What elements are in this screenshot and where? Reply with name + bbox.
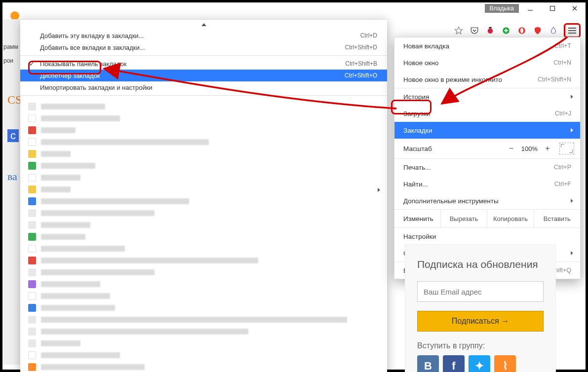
bookmark-item[interactable] (20, 219, 387, 231)
menu-label: Печать... (403, 164, 431, 171)
zoom-in-button[interactable]: + (541, 142, 554, 155)
copy-button[interactable]: Копировать (487, 210, 533, 227)
bookmark-item[interactable] (20, 160, 387, 172)
bookmark-item[interactable] (20, 101, 387, 112)
menu-item-more-tools[interactable]: Дополнительные инструменты (394, 192, 580, 209)
shortcut: Ctrl+J (555, 110, 571, 117)
menu-item-settings[interactable]: Настройки (394, 228, 580, 245)
main-menu: Новая вкладка Ctrl+T Новое окно Ctrl+N Н… (394, 37, 581, 279)
bookmark-item[interactable] (20, 278, 387, 290)
menu-label: Добавить все вкладки в закладки... (40, 44, 145, 51)
adguard-icon[interactable] (532, 25, 543, 36)
bookmark-item[interactable] (20, 136, 387, 148)
rss-icon[interactable]: ⌇ (494, 355, 516, 372)
menu-label: Показывать панель закладок (40, 60, 127, 68)
menu-label: Диспетчер закладок (40, 72, 100, 79)
bookmark-item[interactable] (20, 326, 387, 337)
svg-marker-4 (455, 27, 463, 34)
menu-label: Добавить эту вкладку в закладки... (40, 32, 144, 39)
svg-rect-10 (504, 30, 508, 31)
bookmark-item[interactable] (20, 124, 387, 136)
star-icon[interactable] (453, 25, 464, 36)
svg-point-6 (489, 30, 490, 31)
menu-item-zoom: Масштаб − 100% + (394, 139, 580, 158)
menu-label: Изменить (394, 210, 440, 227)
shortcut: Ctrl+Shift+O (345, 72, 377, 79)
fullscreen-icon[interactable] (559, 143, 574, 154)
submenu-item-add-tab[interactable]: Добавить эту вкладку в закладки... Ctrl+… (20, 30, 387, 41)
paste-button[interactable]: Вставить (534, 210, 580, 227)
bookmark-item[interactable] (20, 243, 387, 255)
maximize-button[interactable] (541, 3, 563, 14)
email-input[interactable] (417, 281, 544, 302)
bookmark-item[interactable] (20, 148, 387, 160)
separator (20, 55, 387, 56)
titlebar: Владыка (485, 2, 586, 14)
menu-item-downloads[interactable]: Загрузки Ctrl+J (394, 105, 580, 122)
shortcut: Ctrl+Shift+N (538, 76, 571, 83)
bookmark-item[interactable] (20, 195, 387, 207)
facebook-icon[interactable]: f (443, 355, 465, 372)
menu-label: Дополнительные инструменты (403, 197, 499, 205)
menu-item-incognito[interactable]: Новое окно в режиме инкогнито Ctrl+Shift… (394, 71, 580, 88)
menu-item-bookmarks[interactable]: Закладки (394, 122, 580, 139)
zoom-value: 100% (518, 145, 541, 152)
menu-label: Найти... (403, 181, 428, 188)
twitter-icon[interactable]: ✦ (469, 355, 490, 372)
bookmark-item[interactable] (20, 290, 387, 302)
scroll-up-icon[interactable] (20, 20, 387, 30)
page-background (2, 19, 20, 365)
menu-item-new-tab[interactable]: Новая вкладка Ctrl+T (394, 37, 580, 54)
ublock-icon[interactable] (501, 25, 511, 36)
shortcut: Ctrl+N (553, 59, 571, 66)
submenu-item-add-all[interactable]: Добавить все вкладки в закладки... Ctrl+… (20, 41, 387, 53)
minimize-button[interactable] (519, 3, 541, 14)
submenu-item-bookmark-manager[interactable]: Диспетчер закладок Ctrl+Shift+O (20, 70, 387, 81)
bookmark-item[interactable] (20, 266, 387, 278)
shortcut: Ctrl+F (554, 181, 571, 187)
shortcut: Ctrl+P (554, 164, 571, 171)
separator (20, 95, 387, 96)
menu-label: Закладки (403, 127, 432, 134)
cut-button[interactable]: Вырезать (440, 210, 487, 227)
page-text: CS (7, 93, 22, 107)
menu-item-print[interactable]: Печать... Ctrl+P (394, 159, 580, 176)
bookmark-item[interactable] (20, 337, 387, 349)
submenu-item-show-bar[interactable]: Показывать панель закладок Ctrl+Shift+B (20, 58, 387, 70)
submenu-item-import[interactable]: Импортировать закладки и настройки (20, 81, 387, 93)
vk-icon[interactable]: B (417, 355, 439, 372)
bookmark-item[interactable] (20, 361, 387, 372)
menu-label: Импортировать закладки и настройки (40, 84, 153, 91)
bookmark-item[interactable] (20, 172, 387, 184)
menu-label: Новое окно в режиме инкогнито (403, 76, 502, 83)
bookmark-item[interactable] (20, 207, 387, 219)
pocket-icon[interactable] (469, 25, 480, 36)
menu-item-new-window[interactable]: Новое окно Ctrl+N (394, 54, 580, 71)
svg-rect-1 (550, 6, 554, 11)
svg-point-7 (491, 30, 492, 31)
hamburger-menu-button[interactable] (564, 23, 581, 38)
subscribe-widget: Подписка на обновления Подписаться → Вст… (405, 244, 556, 372)
zoom-out-button[interactable]: − (505, 142, 518, 155)
bookmarks-list (20, 98, 387, 372)
bug-icon[interactable] (485, 25, 496, 36)
bookmark-folder[interactable] (20, 184, 387, 195)
social-row: B f ✦ ⌇ (417, 355, 544, 372)
bookmark-item[interactable] (20, 231, 387, 243)
menu-label: Новая вкладка (403, 42, 449, 50)
drop-icon[interactable] (548, 25, 559, 36)
tab-fragment: рамм (2, 42, 20, 52)
page-text: ва (7, 170, 17, 183)
close-button[interactable] (563, 3, 586, 14)
menu-label: Загрузки (403, 110, 430, 117)
bookmark-item[interactable] (20, 314, 387, 326)
bookmark-item[interactable] (20, 302, 387, 314)
menu-item-find[interactable]: Найти... Ctrl+F (394, 176, 580, 192)
opera-icon[interactable] (516, 25, 527, 36)
bookmark-item[interactable] (20, 255, 387, 266)
bookmarks-submenu: Добавить эту вкладку в закладки... Ctrl+… (20, 19, 387, 372)
bookmark-item[interactable] (20, 112, 387, 124)
subscribe-button[interactable]: Подписаться → (417, 311, 544, 332)
bookmark-item[interactable] (20, 349, 387, 361)
menu-item-history[interactable]: История (394, 88, 580, 105)
